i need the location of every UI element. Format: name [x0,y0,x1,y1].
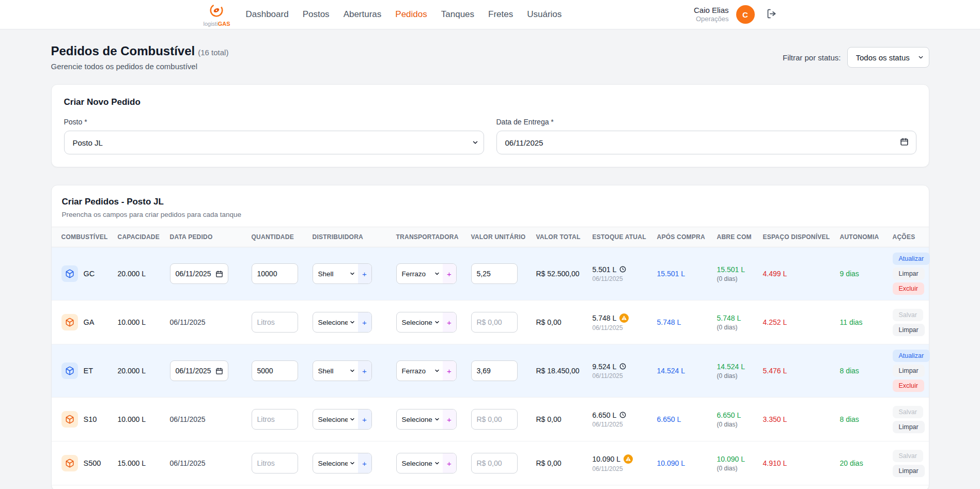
warning-icon [624,454,633,464]
nav-item-dashboard[interactable]: Dashboard [245,9,288,20]
quantity-input[interactable] [252,263,298,284]
delete-button[interactable]: Excluir [893,282,925,295]
navbar: logistiGAS DashboardPostosAberturasPedid… [0,0,980,29]
delete-button[interactable]: Excluir [893,380,925,392]
fuel-code: GC [84,270,95,278]
available-space-value: 3.350 L [763,415,840,423]
clock-icon [619,412,626,418]
unit-value-input[interactable] [471,263,518,284]
column-header: AUTONOMIA [840,233,893,241]
avatar[interactable]: C [736,5,755,24]
capacity-cell: 10.000 L [118,318,170,326]
after-purchase-value: 15.501 L [657,270,717,278]
order-date-input[interactable]: 06/11/2025 [170,360,228,381]
distributor-select[interactable]: Selecione [313,409,358,429]
total-value: R$ 0,00 [536,318,593,326]
carrier-select[interactable]: Ferrazo [397,264,443,283]
clear-button[interactable]: Limpar [893,365,925,377]
warning-icon [619,313,629,323]
column-header: QUANTIDADE [252,233,313,241]
posto-select[interactable]: Posto JL [64,131,484,154]
status-filter-select[interactable]: Todos os status [847,47,929,68]
after-purchase-value: 5.748 L [657,318,717,326]
package-icon [65,459,74,468]
add-distributor-button[interactable]: + [358,453,371,473]
after-purchase-value: 10.090 L [657,459,717,467]
package-icon [65,269,74,278]
add-carrier-button[interactable]: + [443,453,456,473]
column-header: AÇÕES [893,233,929,241]
column-header: DISTRIBUIDORA [313,233,396,241]
quantity-input[interactable] [252,453,298,474]
carrier-select[interactable]: Selecione [397,409,443,429]
add-distributor-button[interactable]: + [358,264,371,283]
add-distributor-button[interactable]: + [358,312,371,332]
nav-item-tanques[interactable]: Tanques [441,9,474,20]
nav-item-postos[interactable]: Postos [303,9,330,20]
capacity-value: 10.000 L [118,318,146,326]
order-date-input[interactable]: 06/11/2025 [170,263,228,284]
unit-value-input[interactable] [471,409,518,430]
distributor-select[interactable]: Selecione [313,312,358,332]
fuel-code: GA [84,318,95,326]
update-button[interactable]: Atualizar [893,253,930,265]
stock-value: 5.501 L [593,265,617,274]
fuel-type-badge [61,362,78,379]
nav-item-fretes[interactable]: Fretes [488,9,513,20]
opens-with-note: (0 dias) [717,421,759,428]
carrier-select[interactable]: Selecione [397,312,443,332]
add-distributor-button[interactable]: + [358,361,371,381]
clear-button[interactable]: Limpar [893,324,925,336]
distributor-select[interactable]: Shell [313,264,358,283]
nav-item-usuarios[interactable]: Usuários [527,9,562,20]
user-block: Caio Elias Operações [694,6,729,24]
column-header: TRANSPORTADORA [396,233,471,241]
add-carrier-button[interactable]: + [443,409,456,429]
column-header: CAPACIDADE [118,233,170,241]
distributor-select[interactable]: Selecione [313,453,358,473]
quantity-input[interactable] [252,409,298,430]
add-carrier-button[interactable]: + [443,312,456,332]
column-header: ABRE COM [717,233,763,241]
total-count-badge: (16 total) [198,48,228,57]
quantity-input[interactable] [252,360,298,381]
unit-value-input[interactable] [471,312,518,333]
quantity-input[interactable] [252,312,298,333]
unit-value-input[interactable] [471,453,518,474]
add-carrier-button[interactable]: + [443,264,456,283]
logo-text: logistiGAS [204,21,230,27]
delivery-date-input[interactable]: 06/11/2025 [496,131,916,154]
carrier-select[interactable]: Selecione [397,453,443,473]
row-actions: SalvarLimpar [893,309,929,336]
save-button[interactable]: Salvar [893,406,923,418]
stock-date: 06/11/2025 [593,372,653,380]
update-button[interactable]: Atualizar [893,350,930,362]
nav-item-pedidos[interactable]: Pedidos [395,9,427,20]
fuel-type-badge [61,455,78,471]
capacity-cell: 20.000 L [118,367,170,375]
distributor-select[interactable]: Shell [313,361,358,381]
autonomy-value: 20 dias [840,459,893,467]
add-distributor-button[interactable]: + [358,409,371,429]
capacity-value: 20.000 L [118,367,146,375]
clear-button[interactable]: Limpar [893,267,925,280]
autonomy-value: 11 dias [840,318,893,326]
stock-value: 10.090 L [593,455,621,463]
save-button[interactable]: Salvar [893,309,923,321]
total-value: R$ 0,00 [536,459,593,467]
add-carrier-button[interactable]: + [443,361,456,381]
date-input-value: 06/11/2025 [176,270,211,278]
fuel-code: S10 [84,415,97,423]
after-purchase-value: 14.524 L [657,367,717,375]
nav-item-aberturas[interactable]: Aberturas [344,9,382,20]
save-button[interactable]: Salvar [893,450,923,462]
logout-button[interactable] [766,8,777,21]
carrier-select[interactable]: Ferrazo [397,361,443,381]
capacity-value: 20.000 L [118,270,146,278]
after-purchase-value: 6.650 L [657,415,717,423]
clear-button[interactable]: Limpar [893,421,925,433]
clear-button[interactable]: Limpar [893,465,925,477]
unit-value-input[interactable] [471,360,518,381]
date-input-value: 06/11/2025 [176,367,211,375]
total-value: R$ 52.500,00 [536,270,593,278]
